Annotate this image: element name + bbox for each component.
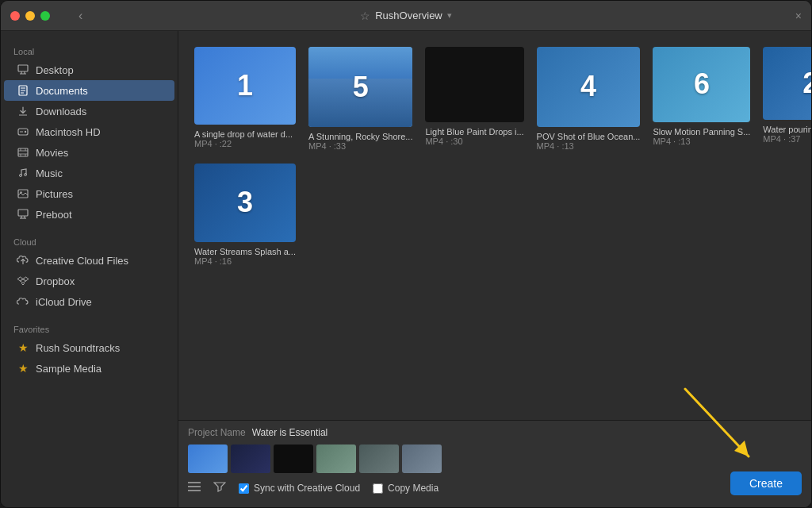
local-section-label: Local xyxy=(1,40,178,60)
list-item[interactable]: 3 Water Streams Splash a... MP4 · :16 xyxy=(194,164,296,265)
media-filename: A Stunning, Rocky Shore... xyxy=(308,132,412,141)
sidebar-item-icloud-drive[interactable]: iCloud Drive xyxy=(4,291,174,312)
preboot-label: Preboot xyxy=(36,209,72,221)
svg-point-19 xyxy=(20,175,22,177)
downloads-label: Downloads xyxy=(36,106,86,117)
thumb-number: 5 xyxy=(353,71,369,104)
minimize-window-button[interactable] xyxy=(25,11,35,21)
macintosh-hd-label: Macintosh HD xyxy=(36,126,101,138)
sidebar-item-pictures[interactable]: Pictures xyxy=(4,183,174,204)
sidebar-item-music[interactable]: Music xyxy=(4,163,174,183)
preboot-icon xyxy=(17,208,29,221)
media-thumbnail: 3 xyxy=(194,164,296,241)
list-item[interactable]: 4 POV Shot of Blue Ocean... MP4 · :13 xyxy=(537,47,641,151)
project-name-row: Project Name Water is Essential xyxy=(188,427,802,438)
dropbox-icon xyxy=(17,275,29,287)
list-item[interactable]: 5 A Stunning, Rocky Shore... MP4 · :33 xyxy=(308,47,412,151)
desktop-label: Desktop xyxy=(36,64,74,76)
strip-thumbnail[interactable] xyxy=(188,444,228,473)
sidebar: Local Desktop Documents Downloads xyxy=(1,31,178,507)
creative-cloud-icon xyxy=(17,254,29,267)
pictures-icon xyxy=(17,187,29,200)
thumb-number: 2 xyxy=(802,67,811,100)
thumb-number: 3 xyxy=(237,186,253,219)
svg-rect-12 xyxy=(18,148,28,156)
list-item[interactable]: 6 Slow Motion Panning S... MP4 · :13 xyxy=(653,47,750,151)
media-thumbnail: 1 xyxy=(194,47,296,125)
strip-thumbnail[interactable] xyxy=(402,444,442,473)
titlebar-center: ☆ RushOverview ▾ xyxy=(360,10,452,22)
sidebar-item-downloads[interactable]: Downloads xyxy=(4,101,174,121)
strip-thumbnail[interactable] xyxy=(231,444,270,473)
sidebar-item-preboot[interactable]: Preboot xyxy=(4,204,174,225)
media-filename: Light Blue Paint Drops i... xyxy=(425,127,523,137)
sync-checkbox[interactable] xyxy=(239,483,249,494)
download-icon xyxy=(17,105,29,117)
media-thumbnail xyxy=(425,47,523,122)
project-name-value: Water is Essential xyxy=(252,427,328,438)
media-meta: MP4 · :13 xyxy=(537,141,641,151)
star-sample-icon: ★ xyxy=(17,362,29,375)
svg-point-20 xyxy=(25,174,27,176)
media-thumbnail: 5 xyxy=(308,47,412,127)
star-soundtracks-icon: ★ xyxy=(17,341,29,354)
documents-label: Documents xyxy=(36,85,88,97)
list-item[interactable]: 1 A single drop of water d... MP4 · :22 xyxy=(194,47,296,151)
maximize-window-button[interactable] xyxy=(40,11,50,21)
sidebar-item-desktop[interactable]: Desktop xyxy=(4,60,174,80)
strip-thumbnail[interactable] xyxy=(274,444,313,473)
thumbnail-strip xyxy=(188,444,802,473)
media-meta: MP4 · :13 xyxy=(653,137,750,146)
thumb-number: 6 xyxy=(694,67,710,101)
sidebar-item-sample-media[interactable]: ★ Sample Media xyxy=(4,358,174,379)
copy-media-label[interactable]: Copy Media xyxy=(388,483,439,494)
traffic-lights xyxy=(10,11,50,21)
creative-cloud-files-label: Creative Cloud Files xyxy=(36,255,128,267)
sidebar-item-dropbox[interactable]: Dropbox xyxy=(4,271,174,291)
media-grid: 1 A single drop of water d... MP4 · :22 … xyxy=(178,31,811,420)
app-window: ‹ ☆ RushOverview ▾ × Local Desktop Docum… xyxy=(0,0,812,508)
filter-button[interactable] xyxy=(213,481,226,495)
media-filename: A single drop of water d... xyxy=(194,129,296,139)
copy-media-checkbox[interactable] xyxy=(373,483,383,494)
create-button[interactable]: Create xyxy=(730,471,802,495)
favorites-section-label: Favorites xyxy=(1,318,178,337)
media-filename: Water pouring into a ta... xyxy=(763,125,811,134)
close-window-button[interactable] xyxy=(10,11,20,21)
back-button[interactable]: ‹ xyxy=(79,9,82,23)
menu-button[interactable] xyxy=(188,481,201,495)
list-item[interactable]: Light Blue Paint Drops i... MP4 · :30 xyxy=(425,47,523,151)
content-area: 1 A single drop of water d... MP4 · :22 … xyxy=(178,31,811,507)
thumb-number: 1 xyxy=(237,69,253,102)
media-meta: MP4 · :37 xyxy=(763,134,811,144)
media-meta: MP4 · :30 xyxy=(425,137,523,146)
media-thumbnail: 6 xyxy=(653,47,750,122)
bottom-controls: Sync with Creative Cloud Copy Media Crea… xyxy=(188,481,802,495)
strip-thumbnail[interactable] xyxy=(316,444,356,473)
sidebar-item-macintosh-hd[interactable]: Macintosh HD xyxy=(4,121,174,142)
sidebar-item-documents[interactable]: Documents xyxy=(4,80,174,101)
strip-thumbnail[interactable] xyxy=(359,444,399,473)
sync-label[interactable]: Sync with Creative Cloud xyxy=(254,483,360,494)
sidebar-item-creative-cloud[interactable]: Creative Cloud Files xyxy=(4,250,174,271)
movies-icon xyxy=(17,146,29,159)
hard-drive-icon xyxy=(17,125,29,138)
main-area: Local Desktop Documents Downloads xyxy=(1,31,811,507)
title-chevron-icon[interactable]: ▾ xyxy=(447,10,452,21)
monitor-icon xyxy=(17,64,29,76)
media-meta: MP4 · :22 xyxy=(194,139,296,148)
window-title: RushOverview xyxy=(375,10,442,21)
media-filename: Water Streams Splash a... xyxy=(194,247,296,256)
favorite-icon[interactable]: ☆ xyxy=(360,10,370,22)
sidebar-item-movies[interactable]: Movies xyxy=(4,142,174,163)
media-meta: MP4 · :33 xyxy=(308,141,412,151)
media-filename: POV Shot of Blue Ocean... xyxy=(537,132,641,141)
sidebar-item-rush-soundtracks[interactable]: ★ Rush Soundtracks xyxy=(4,337,174,358)
svg-rect-23 xyxy=(18,210,28,216)
list-item[interactable]: 2 Water pouring into a ta... MP4 · :37 xyxy=(763,47,811,151)
music-label: Music xyxy=(36,167,63,179)
document-icon xyxy=(17,84,29,97)
bottom-panel: Project Name Water is Essential xyxy=(178,420,811,507)
close-button[interactable]: × xyxy=(795,10,802,22)
media-thumbnail: 2 xyxy=(763,47,811,120)
